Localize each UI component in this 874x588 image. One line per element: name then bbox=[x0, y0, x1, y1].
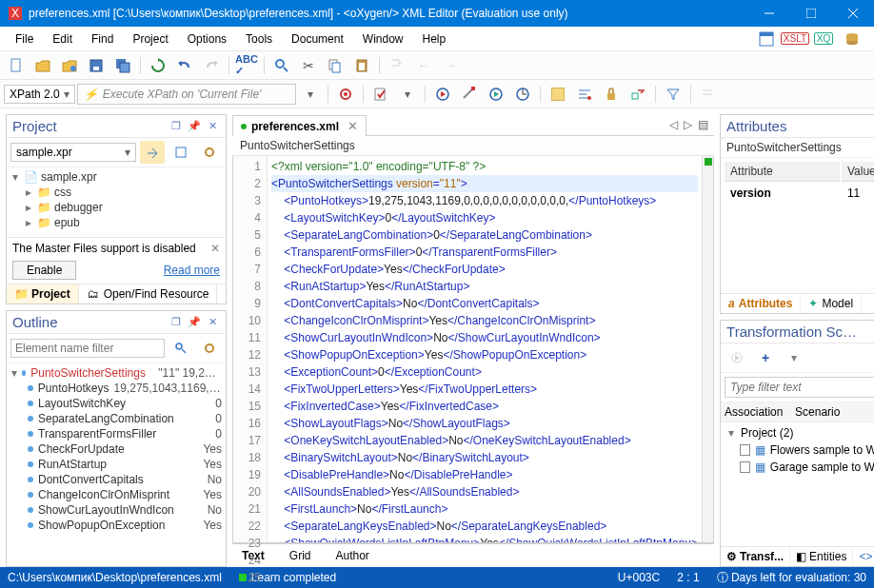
scenario-checkbox[interactable] bbox=[740, 444, 750, 456]
project-settings-icon[interactable] bbox=[197, 141, 222, 164]
menu-file[interactable]: File bbox=[6, 29, 43, 49]
outline-item[interactable]: SeparateLangCombination0 bbox=[28, 411, 222, 426]
read-more-link[interactable]: Read more bbox=[164, 264, 220, 277]
menu-find[interactable]: Find bbox=[82, 29, 123, 49]
save-icon[interactable] bbox=[84, 54, 109, 77]
new-file-icon[interactable] bbox=[4, 54, 29, 77]
outline-item[interactable]: TransparentFormsFiller0 bbox=[28, 426, 222, 441]
save-all-icon[interactable] bbox=[110, 54, 135, 77]
profile-icon[interactable] bbox=[510, 83, 535, 106]
ts-run-icon[interactable] bbox=[725, 346, 749, 369]
perspective-db-icon[interactable] bbox=[840, 28, 864, 50]
search-icon[interactable] bbox=[269, 54, 294, 77]
panel-close-icon[interactable]: ✕ bbox=[205, 316, 220, 329]
close-notice-icon[interactable]: ✕ bbox=[210, 242, 220, 255]
reload-icon[interactable] bbox=[146, 54, 170, 77]
panel-restore-icon[interactable]: ❐ bbox=[169, 316, 184, 329]
link-editor-icon[interactable] bbox=[140, 141, 165, 164]
ts-edit-icon[interactable]: ▾ bbox=[782, 346, 806, 369]
outline-item[interactable]: ShowCurLayoutInWndIconNo bbox=[28, 502, 222, 518]
scenario-checkbox[interactable] bbox=[740, 461, 750, 473]
outline-search-icon[interactable] bbox=[169, 337, 193, 360]
tab-transform[interactable]: ⚙Transf... bbox=[721, 547, 790, 566]
menu-options[interactable]: Options bbox=[178, 29, 236, 49]
spellcheck-icon[interactable]: ABC✓ bbox=[234, 54, 259, 77]
maximize-button[interactable] bbox=[790, 0, 832, 27]
tab-project[interactable]: 📁Project bbox=[7, 284, 79, 304]
outline-filter-input[interactable] bbox=[10, 339, 165, 358]
mode-tab-author[interactable]: Author bbox=[331, 547, 372, 564]
project-folder[interactable]: ▸📁epub bbox=[10, 215, 222, 230]
debug-icon[interactable] bbox=[484, 83, 508, 106]
tab-model[interactable]: ✦Model bbox=[801, 294, 862, 313]
outline-item[interactable]: DontConvertCapitalsNo bbox=[28, 472, 222, 487]
copy-icon[interactable] bbox=[323, 54, 348, 77]
overview-ruler[interactable] bbox=[702, 156, 713, 542]
cut-icon[interactable]: ✂ bbox=[296, 54, 321, 77]
tab-elements[interactable]: <>Elements bbox=[853, 547, 874, 566]
project-tree[interactable]: ▾📄sample.xpr ▸📁css▸📁debugger▸📁epub bbox=[7, 167, 226, 237]
configure-transform-icon[interactable] bbox=[457, 83, 482, 106]
minimize-button[interactable] bbox=[748, 0, 790, 27]
panel-pin-icon[interactable]: 📌 bbox=[187, 316, 202, 329]
close-button[interactable] bbox=[832, 0, 874, 27]
editor-tab[interactable]: preferences.xml ✕ bbox=[232, 115, 367, 136]
outline-item[interactable]: LayoutSwitchKey0 bbox=[28, 396, 222, 411]
filter-icon[interactable] bbox=[661, 83, 685, 106]
outline-settings-icon[interactable] bbox=[197, 337, 222, 360]
code-editor[interactable]: 1234567891011121314151617181920212223242… bbox=[232, 156, 714, 543]
outline-item[interactable]: CheckForUpdateYes bbox=[28, 441, 222, 457]
nav-back-icon[interactable]: ← bbox=[411, 54, 436, 77]
refactor-icon[interactable] bbox=[626, 83, 650, 106]
collapse-icon[interactable] bbox=[169, 141, 193, 164]
open-file-icon[interactable] bbox=[30, 54, 55, 77]
outline-item[interactable]: PuntoHotkeys19,275,1043,1169,0,0 bbox=[28, 381, 222, 396]
nav-forward-icon[interactable]: → bbox=[438, 54, 463, 77]
ts-filter-input[interactable] bbox=[725, 377, 874, 398]
open-url-icon[interactable] bbox=[57, 54, 82, 77]
run-icon[interactable] bbox=[430, 83, 455, 106]
next-tab-icon[interactable]: ▷ bbox=[684, 118, 692, 131]
undo-icon[interactable] bbox=[172, 54, 197, 77]
xpath-settings-icon[interactable] bbox=[333, 83, 358, 106]
panel-pin-icon[interactable]: 📌 bbox=[187, 120, 202, 133]
xpath-history-icon[interactable]: ▾ bbox=[298, 83, 323, 106]
breadcrumb[interactable]: PuntoSwitcherSettings bbox=[232, 136, 714, 156]
ts-new-icon[interactable]: + bbox=[753, 346, 778, 369]
outline-item[interactable]: ShowPopupOnExceptionYes bbox=[28, 518, 222, 533]
prev-tab-icon[interactable]: ◁ bbox=[669, 118, 678, 131]
menu-tools[interactable]: Tools bbox=[236, 29, 282, 49]
scenario-item[interactable]: ▦Flowers sample to WebHelp Respo bbox=[740, 441, 874, 459]
mode-tab-grid[interactable]: Grid bbox=[286, 547, 315, 564]
format-icon[interactable] bbox=[572, 83, 597, 106]
validate-icon[interactable] bbox=[368, 83, 393, 106]
wrap-icon[interactable] bbox=[696, 83, 721, 106]
redo-icon[interactable] bbox=[199, 54, 224, 77]
tab-list-icon[interactable]: ▤ bbox=[698, 118, 708, 131]
attributes-table[interactable]: AttributeValue version11 bbox=[723, 160, 874, 205]
perspective-editor-icon[interactable] bbox=[754, 28, 779, 50]
xpath-input[interactable]: ⚡Execute XPath on 'Current File' bbox=[77, 84, 296, 105]
project-folder[interactable]: ▸📁debugger bbox=[10, 200, 222, 215]
outline-item[interactable]: ChangeIconClrOnMisprintYes bbox=[28, 487, 222, 502]
project-folder[interactable]: ▸📁css bbox=[10, 185, 222, 200]
tab-open-find[interactable]: 🗂Open/Find Resource bbox=[79, 284, 218, 304]
menu-document[interactable]: Document bbox=[282, 29, 353, 49]
tab-entities[interactable]: ◧Entities bbox=[790, 547, 853, 566]
perspective-xslt-icon[interactable]: XSLT bbox=[783, 28, 807, 50]
outline-tree[interactable]: ▾PuntoSwitcherSettings "11" 19,275,1043,… bbox=[7, 363, 226, 566]
menu-project[interactable]: Project bbox=[123, 29, 177, 49]
project-selector[interactable]: sample.xpr▾ bbox=[10, 143, 136, 162]
tab-attributes[interactable]: aAttributes bbox=[721, 294, 801, 313]
menu-edit[interactable]: Edit bbox=[43, 29, 82, 49]
paste-icon[interactable] bbox=[349, 54, 374, 77]
menu-window[interactable]: Window bbox=[353, 29, 413, 49]
ts-tree[interactable]: ▾Project (2) ▦Flowers sample to WebHelp … bbox=[721, 422, 874, 546]
close-tab-icon[interactable]: ✕ bbox=[348, 119, 358, 133]
find-in-files-icon[interactable] bbox=[385, 54, 409, 77]
menu-help[interactable]: Help bbox=[413, 29, 456, 49]
panel-close-icon[interactable]: ✕ bbox=[205, 120, 220, 133]
perspective-xquery-icon[interactable]: XQ bbox=[811, 28, 836, 50]
outline-item[interactable]: RunAtStartupYes bbox=[28, 457, 222, 472]
validate-dropdown-icon[interactable]: ▾ bbox=[395, 83, 420, 106]
